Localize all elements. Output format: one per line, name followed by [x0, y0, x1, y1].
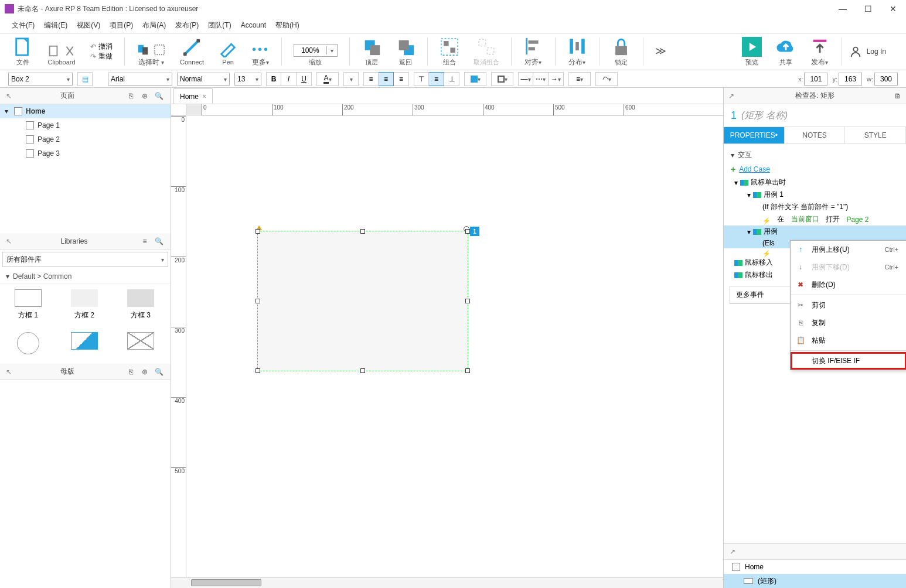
search-icon[interactable]: 🔍 [153, 235, 165, 247]
shape-name-field[interactable]: 1 (矩形 名称) [724, 104, 906, 127]
valign-middle-button[interactable]: ≡ [429, 72, 444, 86]
font-select[interactable]: Arial [108, 73, 172, 86]
align-left-button[interactable]: ≡ [363, 72, 379, 86]
ctx-cut[interactable]: ✂ 剪切 [791, 296, 906, 314]
more-typography-button[interactable] [343, 72, 359, 86]
toolgroup-clipboard[interactable]: Clipboard [42, 36, 81, 67]
toolgroup-back[interactable]: 返回 [391, 36, 420, 68]
expand-icon[interactable] [5, 107, 11, 115]
toolgroup-select[interactable]: 选择时 [132, 35, 171, 69]
outline-rectangle[interactable]: (矩形) [724, 574, 906, 588]
w-input[interactable] [874, 73, 898, 86]
undo-button[interactable]: ↶撤消 [90, 42, 113, 52]
resize-handle-nw[interactable] [256, 229, 260, 234]
corner-radius-button[interactable]: ◠ [595, 72, 618, 86]
arrow-style-button[interactable]: → [549, 72, 564, 86]
canvas-tab-home[interactable]: Home × [173, 88, 213, 104]
menu-help[interactable]: 帮助(H) [272, 19, 303, 32]
line-width-button[interactable]: — [518, 72, 533, 86]
toolgroup-overflow[interactable]: ≫ [650, 36, 671, 67]
ctx-paste[interactable]: 📋 粘贴 [791, 331, 906, 349]
toolgroup-more[interactable]: ••• 更多 [247, 35, 274, 69]
line-style-button[interactable]: ⋯ [533, 72, 549, 86]
toolgroup-preview[interactable]: 预览 [737, 36, 767, 68]
line-color-button[interactable] [491, 72, 513, 86]
resize-handle-e[interactable] [465, 299, 470, 303]
page-row-page1[interactable]: Page 1 [0, 118, 171, 132]
canvas-area[interactable]: 1 [186, 116, 723, 577]
add-case-link[interactable]: +Add Case [724, 162, 906, 176]
outline-home[interactable]: Home [724, 560, 906, 574]
zoom-value[interactable]: 100% [294, 46, 326, 54]
scrollbar-thumb[interactable] [191, 579, 261, 586]
case-1-condition[interactable]: (If 部件文字 当前部件 = "1") [724, 201, 906, 213]
close-tab-icon[interactable]: × [202, 93, 206, 101]
page-row-home[interactable]: Home [0, 104, 171, 118]
lib-item-box2[interactable]: 方框 2 [62, 289, 107, 320]
add-page-icon[interactable]: ⊕ [139, 90, 151, 102]
zoom-dropdown-icon[interactable] [326, 46, 337, 54]
x-input[interactable] [804, 73, 827, 86]
widget-style-select[interactable]: Box 2 [8, 73, 73, 86]
y-input[interactable] [839, 73, 862, 86]
resize-handle-se[interactable] [465, 368, 470, 373]
search-icon[interactable]: 🔍 [153, 90, 165, 102]
resize-handle-s[interactable] [360, 368, 365, 373]
lib-item-box3[interactable]: 方框 3 [118, 289, 163, 320]
line-pattern-button[interactable]: ≡ [568, 72, 591, 86]
maximize-button[interactable]: ☐ [864, 4, 872, 13]
case-1[interactable]: 用例 1 [724, 189, 906, 201]
fill-color-button[interactable] [464, 72, 486, 86]
menu-team[interactable]: 团队(T) [205, 19, 234, 32]
case-1-action[interactable]: 在 当前窗口 打开 Page 2 [724, 213, 906, 225]
toolgroup-distribute[interactable]: 分布 [563, 35, 592, 69]
lib-item-image[interactable] [62, 332, 107, 358]
menu-edit[interactable]: 编辑(E) [40, 19, 71, 32]
tab-style[interactable]: STYLE [845, 127, 906, 143]
footnote-badge[interactable]: 1 [470, 227, 479, 236]
resize-handle-ne[interactable] [465, 229, 470, 234]
toolgroup-group[interactable]: 组合 [435, 36, 464, 68]
add-folder-icon[interactable]: ⎘ [125, 90, 137, 102]
resize-handle-n[interactable] [360, 229, 365, 234]
close-button[interactable]: ✕ [890, 4, 897, 13]
page-row-page3[interactable]: Page 3 [0, 146, 171, 160]
italic-button[interactable]: I [281, 72, 297, 86]
valign-bottom-button[interactable]: ⊥ [444, 72, 459, 86]
minimize-button[interactable]: — [839, 4, 847, 13]
library-select[interactable]: 所有部件库 [2, 252, 168, 267]
text-color-button[interactable]: A [316, 72, 339, 86]
align-right-button[interactable]: ≡ [394, 72, 409, 86]
event-onclick[interactable]: 鼠标单击时 [724, 176, 906, 189]
horizontal-scrollbar[interactable] [171, 577, 723, 588]
resize-handle-w[interactable] [256, 299, 260, 303]
ctx-toggle-if-else[interactable]: 切换 IF/ElSE IF [791, 352, 906, 370]
align-center-button[interactable]: ≡ [379, 72, 394, 86]
lib-item-box1[interactable]: 方框 1 [6, 289, 50, 320]
menu-arrange[interactable]: 布局(A) [139, 19, 169, 32]
apply-style-button[interactable]: ▤ [77, 72, 93, 86]
add-folder-icon[interactable]: ⎘ [125, 366, 137, 378]
library-menu-icon[interactable]: ≡ [139, 235, 151, 247]
font-weight-select[interactable]: Normal [177, 73, 230, 86]
tab-properties[interactable]: PROPERTIES• [724, 127, 785, 143]
lib-item-ellipse[interactable] [6, 332, 50, 358]
add-master-icon[interactable]: ⊕ [139, 366, 151, 378]
case-2-selected[interactable]: 用例 [724, 225, 906, 238]
menu-project[interactable]: 项目(P) [106, 19, 137, 32]
toolgroup-lock[interactable]: 锁定 [607, 36, 636, 68]
font-size-select[interactable]: 13 [234, 73, 261, 86]
ctx-move-up[interactable]: ↑ 用例上移(U) Ctrl+ [791, 241, 906, 258]
toolgroup-connect[interactable]: Connect [175, 36, 209, 67]
page-row-page2[interactable]: Page 2 [0, 132, 171, 146]
ctx-delete[interactable]: ✖ 删除(D) [791, 276, 906, 293]
tab-notes[interactable]: NOTES [785, 127, 846, 143]
notes-icon[interactable]: 🗎 [894, 92, 901, 100]
toolgroup-align[interactable]: 对齐 [519, 35, 548, 69]
toolgroup-file[interactable]: 文件 [8, 36, 38, 68]
menu-view[interactable]: 视图(V) [73, 19, 104, 32]
toolgroup-share[interactable]: 共享 [771, 36, 801, 68]
toolgroup-publish[interactable]: 发布 [805, 35, 835, 69]
toolgroup-front[interactable]: 顶层 [357, 36, 386, 68]
menu-account[interactable]: Account [237, 20, 270, 30]
